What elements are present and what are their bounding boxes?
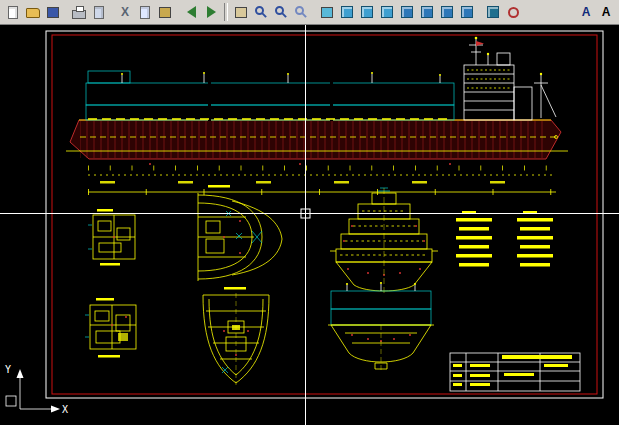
- view-section-1: [88, 209, 135, 266]
- redo-icon: [207, 6, 216, 18]
- print-button[interactable]: [69, 2, 89, 22]
- text-style-icon: A: [582, 5, 591, 19]
- view-se-iso-button[interactable]: [417, 2, 437, 22]
- cut-button[interactable]: X: [115, 2, 135, 22]
- text-style-button[interactable]: A: [576, 2, 596, 22]
- save-icon: [47, 7, 59, 18]
- zoom-window-button[interactable]: [271, 2, 291, 22]
- toolbar: XAA: [0, 0, 619, 25]
- toolbar-separator: [224, 3, 228, 21]
- view-sw-iso-button[interactable]: [397, 2, 417, 22]
- print-icon: [72, 10, 86, 19]
- view-se-iso-icon: [421, 6, 433, 18]
- copy-button[interactable]: [135, 2, 155, 22]
- view-ne-iso-icon: [441, 6, 453, 18]
- shade-icon: [487, 6, 499, 18]
- view-superstructure-front: [330, 188, 438, 293]
- view-side-button[interactable]: [377, 2, 397, 22]
- open-icon: [26, 8, 40, 18]
- zoom-window-icon: [275, 6, 284, 15]
- container-lattice: [86, 71, 454, 121]
- view-sw-iso-icon: [401, 6, 413, 18]
- bow-waterplane: [232, 201, 282, 275]
- view-side-elevation: [66, 37, 568, 192]
- ucs-y-label: Y: [5, 364, 11, 375]
- undo-icon: [187, 6, 196, 18]
- paste-icon: [159, 7, 171, 18]
- zoom-previous-button[interactable]: [291, 2, 311, 22]
- new-icon: [8, 6, 18, 19]
- view-nw-iso-icon: [461, 6, 473, 18]
- named-views-button[interactable]: [317, 2, 337, 22]
- detail-bars-1: [456, 211, 492, 267]
- ucs-x-label: X: [62, 404, 68, 415]
- cut-icon: X: [121, 5, 129, 19]
- open-button[interactable]: [23, 2, 43, 22]
- redo-button[interactable]: [201, 2, 221, 22]
- view-aft-elevation: [328, 282, 434, 371]
- pan-button[interactable]: [231, 2, 251, 22]
- view-section-2: [198, 185, 282, 281]
- ucs-icon: Y X: [5, 364, 68, 415]
- view-bow-section: [203, 287, 269, 385]
- render-button[interactable]: [503, 2, 523, 22]
- new-button[interactable]: [3, 2, 23, 22]
- ship-general-arrangement-drawing: Y X: [0, 25, 619, 425]
- funnel: [497, 53, 510, 65]
- sheet-border: [46, 31, 603, 398]
- view-ne-iso-button[interactable]: [437, 2, 457, 22]
- superstructure: [464, 37, 532, 120]
- view-side-icon: [381, 6, 393, 18]
- view-front-button[interactable]: [357, 2, 377, 22]
- dimension-style-icon: A: [602, 5, 611, 19]
- shade-button[interactable]: [483, 2, 503, 22]
- copy-icon: [140, 6, 150, 19]
- print-preview-button[interactable]: [89, 2, 109, 22]
- zoom-realtime-button[interactable]: [251, 2, 271, 22]
- view-section-3: [85, 298, 136, 358]
- view-top-icon: [341, 6, 353, 18]
- undo-button[interactable]: [181, 2, 201, 22]
- render-icon: [508, 7, 519, 18]
- title-block: [450, 353, 580, 391]
- annotation-text-marks: [100, 181, 505, 184]
- print-preview-icon: [94, 6, 104, 19]
- view-nw-iso-button[interactable]: [457, 2, 477, 22]
- zoom-previous-icon: [295, 6, 304, 15]
- named-views-icon: [321, 7, 333, 18]
- paste-button[interactable]: [155, 2, 175, 22]
- detail-bars-2: [517, 211, 553, 267]
- dimension-style-button[interactable]: A: [596, 2, 616, 22]
- save-button[interactable]: [43, 2, 63, 22]
- view-top-button[interactable]: [337, 2, 357, 22]
- zoom-realtime-icon: [255, 6, 264, 15]
- pan-icon: [235, 7, 247, 18]
- view-front-icon: [361, 6, 373, 18]
- drawing-canvas[interactable]: Y X: [0, 25, 619, 425]
